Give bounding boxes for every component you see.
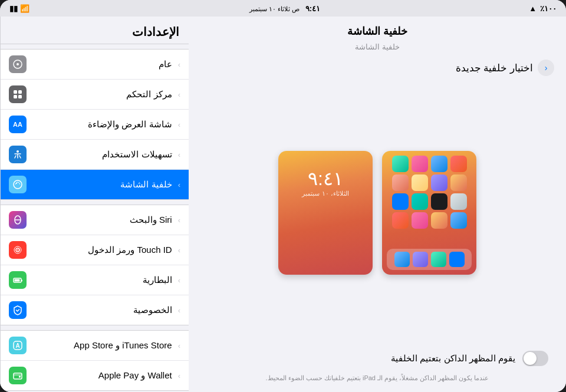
svg-rect-5	[18, 95, 22, 98]
itunes-icon: A	[9, 337, 27, 354]
sidebar-item-itunes[interactable]: › iTunes Store و App Store A	[1, 331, 189, 361]
dark-appearance-row: يقوم المظهر الداكن بتعتيم الخلفية	[189, 344, 566, 373]
dark-appearance-label: يقوم المظهر الداكن بتعتيم الخلفية	[206, 353, 515, 364]
sidebar-item-general[interactable]: › عام	[1, 50, 189, 80]
settings-group-2: › Siri والبحث › Touch ID ورمز الدخول	[1, 205, 189, 325]
choose-wallpaper-title: اختيار خلفية جديدة	[200, 62, 533, 74]
sidebar-item-wallet[interactable]: › Wallet و Apple Pay	[1, 361, 189, 390]
svg-rect-15	[21, 280, 22, 282]
svg-rect-3	[18, 90, 22, 94]
sidebar-item-label: خلفية الشاشة	[32, 179, 172, 190]
page-title: خلفية الشاشة	[189, 17, 566, 41]
general-icon	[9, 55, 27, 73]
back-button[interactable]: ‹	[538, 60, 554, 76]
status-bar-time: ٩:٤١ ص ثلاثاء ١٠ سبتمبر	[246, 4, 320, 13]
chevron-icon: ›	[178, 180, 180, 189]
svg-point-8	[16, 183, 17, 184]
sidebar-item-touchid[interactable]: › Touch ID ورمز الدخول	[1, 235, 189, 265]
battery-icon	[9, 271, 27, 289]
breadcrumb: خلفية الشاشة	[189, 41, 566, 56]
status-bar-right: ▮▮ 📶	[9, 4, 29, 13]
svg-point-6	[17, 150, 19, 153]
wallpaper-previews: ٩:٤١ الثلاثاء، ١٠ سبتمبر	[189, 82, 566, 344]
chevron-icon: ›	[178, 341, 180, 350]
chevron-icon: ›	[178, 120, 180, 129]
sidebar-item-label: عام	[32, 59, 172, 70]
wifi-icon: ▲	[529, 4, 537, 13]
lock-screen-preview[interactable]: ٩:٤١ الثلاثاء، ١٠ سبتمبر	[278, 151, 373, 275]
sidebar-item-display[interactable]: › شاشة العرض والإضاءة AA	[1, 110, 189, 140]
lock-time: ٩:٤١	[278, 167, 373, 190]
sidebar-item-label: iTunes Store و App Store	[32, 340, 172, 351]
chevron-icon: ›	[178, 90, 180, 99]
status-bar-left: ١٠٠٪ ▲	[529, 4, 557, 13]
siri-icon	[9, 211, 27, 229]
svg-point-1	[17, 63, 19, 65]
sidebar-item-label: تسهيلات الاستخدام	[32, 149, 172, 160]
battery-indicator: ١٠٠٪	[540, 4, 557, 13]
choose-wallpaper-row: ‹ اختيار خلفية جديدة	[189, 56, 566, 82]
touchid-icon	[9, 241, 27, 259]
svg-rect-2	[14, 90, 17, 94]
sidebar-item-label: مركز التحكم	[32, 89, 172, 100]
sidebar-item-control-center[interactable]: › مركز التحكم	[1, 80, 189, 110]
settings-group-1: › عام › مركز التحكم	[1, 49, 189, 200]
chevron-icon: ›	[178, 306, 180, 315]
svg-rect-4	[14, 95, 17, 98]
dark-appearance-toggle[interactable]	[522, 351, 548, 366]
settings-panel: الإعدادات › عام › مركز التحكم	[0, 17, 189, 392]
status-bar: ١٠٠٪ ▲ ٩:٤١ ص ثلاثاء ١٠ سبتمبر ▮▮ 📶	[0, 0, 566, 17]
svg-point-13	[17, 249, 18, 251]
sidebar-item-label: Siri والبحث	[32, 215, 172, 225]
privacy-icon	[9, 301, 27, 319]
sidebar-item-label: Touch ID ورمز الدخول	[32, 245, 172, 255]
settings-title: الإعدادات	[1, 17, 189, 44]
left-panel: خلفية الشاشة خلفية الشاشة ‹ اختيار خلفية…	[189, 17, 566, 392]
control-center-icon	[9, 85, 27, 103]
dock	[387, 249, 472, 270]
chevron-icon: ›	[178, 276, 180, 285]
display-icon: AA	[9, 116, 27, 133]
accessibility-icon	[9, 146, 27, 163]
device-frame: ١٠٠٪ ▲ ٩:٤١ ص ثلاثاء ١٠ سبتمبر ▮▮ 📶 خلفي…	[0, 0, 566, 392]
svg-point-7	[14, 180, 22, 189]
sidebar-item-label: الخصوصية	[32, 305, 172, 315]
chevron-icon: ›	[178, 216, 180, 225]
wallpaper-icon	[9, 176, 27, 193]
sidebar-item-siri[interactable]: › Siri والبحث	[1, 205, 189, 235]
main-content: خلفية الشاشة خلفية الشاشة ‹ اختيار خلفية…	[0, 17, 566, 392]
sidebar-item-accessibility[interactable]: › تسهيلات الاستخدام	[1, 140, 189, 170]
wallet-icon	[9, 367, 27, 384]
sidebar-item-battery[interactable]: › البطارية	[1, 265, 189, 295]
svg-rect-16	[15, 279, 20, 282]
chevron-icon: ›	[178, 150, 180, 159]
sidebar-item-wallpaper[interactable]: › خلفية الشاشة	[1, 170, 189, 199]
chevron-icon: ›	[178, 60, 180, 69]
sidebar-item-label: شاشة العرض والإضاءة	[32, 119, 172, 130]
sidebar-item-privacy[interactable]: › الخصوصية	[1, 295, 189, 325]
chevron-icon: ›	[178, 246, 180, 255]
home-screen-preview[interactable]	[382, 151, 476, 275]
sidebar-item-label: Wallet و Apple Pay	[32, 370, 172, 381]
svg-text:A: A	[15, 342, 19, 349]
svg-rect-20	[19, 376, 21, 378]
settings-group-3: › iTunes Store و App Store A › Wallet و …	[1, 330, 189, 391]
lock-date: الثلاثاء، ١٠ سبتمبر	[278, 190, 373, 197]
chevron-icon: ›	[178, 371, 180, 380]
dark-appearance-description: عندما يكون المظهر الداكن مشغلاً، يقوم ال…	[189, 373, 566, 393]
sidebar-item-label: البطارية	[32, 275, 172, 285]
